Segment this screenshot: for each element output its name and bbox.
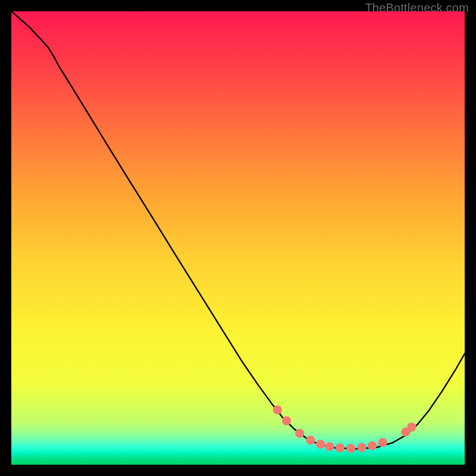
- data-marker: [378, 438, 387, 447]
- data-marker: [346, 444, 355, 453]
- data-marker: [357, 443, 366, 452]
- data-marker: [295, 429, 304, 438]
- data-marker: [407, 422, 416, 431]
- chart-frame: TheBottleneck.com: [0, 0, 476, 476]
- plot-svg: [11, 11, 465, 465]
- data-marker: [336, 443, 345, 452]
- plot-area: [11, 11, 465, 465]
- data-marker: [273, 405, 282, 414]
- data-marker: [316, 440, 325, 449]
- data-marker: [282, 416, 291, 425]
- data-marker: [368, 441, 377, 450]
- data-marker: [306, 436, 315, 444]
- data-marker: [325, 442, 334, 451]
- gradient-background: [11, 11, 465, 465]
